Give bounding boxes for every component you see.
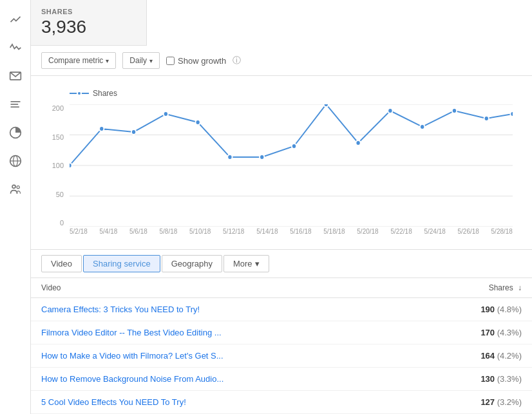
svg-point-18 [164, 111, 168, 117]
svg-point-20 [227, 155, 232, 160]
shares-cell-4: 127 (3.2%) [415, 391, 532, 414]
shares-pct-3: (3.3%) [497, 374, 522, 384]
stat-label: SHARES [41, 8, 136, 15]
x-tick-5: 5/12/18 [223, 228, 244, 241]
legend-line [70, 93, 89, 94]
table-row: How to Make a Video with Filmora? Let's … [31, 344, 532, 368]
x-tick-2: 5/6/18 [129, 228, 147, 241]
video-link-3[interactable]: How to Remove Background Noise From Audi… [41, 374, 223, 384]
shares-table: Video Shares ↓ Camera Effects: 3 Tricks … [31, 278, 532, 414]
sidebar-icon-globe[interactable] [3, 148, 28, 174]
show-growth-checkbox[interactable] [166, 57, 175, 65]
sidebar-icon-line[interactable] [3, 6, 28, 32]
sidebar-icon-mail[interactable] [3, 63, 28, 89]
tab-video[interactable]: Video [41, 255, 82, 272]
stat-box: SHARES 3,936 [31, 0, 147, 46]
period-button[interactable]: Daily ▾ [122, 52, 160, 69]
table-row: How to Remove Background Noise From Audi… [31, 368, 532, 391]
shares-value-2: 164 [480, 351, 495, 361]
col-shares-header: Shares ↓ [415, 278, 532, 298]
table-section: Video Shares ↓ Camera Effects: 3 Tricks … [31, 278, 532, 414]
svg-point-23 [324, 104, 328, 107]
more-dropdown-arrow: ▾ [255, 259, 260, 268]
svg-point-24 [356, 140, 360, 146]
sidebar [0, 0, 31, 414]
y-tick-150: 150 [52, 133, 67, 141]
x-tick-13: 5/28/18 [491, 228, 513, 241]
chart-legend: Shares [70, 89, 519, 98]
compare-dropdown-arrow: ▾ [106, 57, 109, 64]
shares-cell-1: 170 (4.3%) [415, 321, 532, 344]
video-title-cell: Filmora Video Editor -- The Best Video E… [31, 321, 415, 344]
video-title-cell: How to Make a Video with Filmora? Let's … [31, 344, 415, 368]
x-tick-0: 5/2/18 [70, 228, 88, 241]
shares-pct-4: (3.2%) [497, 397, 522, 407]
info-icon[interactable]: ⓘ [233, 55, 241, 66]
svg-point-19 [196, 120, 200, 125]
tab-more[interactable]: More ▾ [223, 255, 269, 272]
x-tick-8: 5/18/18 [323, 228, 345, 241]
x-axis: 5/2/18 5/4/18 5/6/18 5/8/18 5/10/18 5/12… [70, 228, 513, 241]
shares-cell-0: 190 (4.8%) [415, 298, 532, 321]
svg-point-16 [99, 126, 104, 131]
toolbar: Compare metric ▾ Daily ▾ Show growth ⓘ [31, 46, 532, 76]
sidebar-icon-list[interactable] [3, 91, 28, 117]
svg-point-21 [260, 155, 264, 160]
sidebar-icon-people[interactable] [3, 176, 28, 202]
x-tick-7: 5/16/18 [290, 228, 311, 241]
y-tick-0: 0 [60, 219, 67, 227]
x-tick-12: 5/26/18 [458, 228, 479, 241]
svg-point-29 [510, 111, 513, 117]
video-link-4[interactable]: 5 Cool Video Effects You NEED To Try! [41, 397, 186, 407]
x-tick-4: 5/10/18 [189, 228, 211, 241]
tabs-bar: Video Sharing service Geography More ▾ [31, 249, 532, 278]
svg-point-27 [452, 108, 457, 113]
video-title-cell: 5 Cool Video Effects You NEED To Try! [31, 391, 415, 414]
x-tick-6: 5/14/18 [256, 228, 278, 241]
chart-section: Shares 0 50 100 150 200 [31, 76, 532, 249]
svg-point-17 [131, 129, 136, 135]
x-tick-10: 5/22/18 [390, 228, 412, 241]
x-tick-9: 5/20/18 [357, 228, 378, 241]
shares-pct-0: (4.8%) [497, 305, 522, 314]
compare-metric-button[interactable]: Compare metric ▾ [41, 52, 116, 69]
shares-value-0: 190 [480, 305, 495, 314]
shares-pct-2: (4.2%) [497, 351, 522, 361]
show-growth-label[interactable]: Show growth [166, 56, 226, 66]
period-dropdown-arrow: ▾ [149, 57, 153, 64]
x-tick-3: 5/8/18 [160, 228, 178, 241]
y-axis: 0 50 100 150 200 [44, 104, 67, 227]
svg-point-8 [12, 185, 15, 188]
svg-point-9 [17, 186, 19, 189]
svg-point-28 [484, 116, 489, 121]
video-link-0[interactable]: Camera Effects: 3 Tricks You NEED to Try… [41, 305, 200, 314]
col-video-header: Video [31, 278, 415, 298]
stat-value: 3,936 [41, 17, 136, 37]
video-link-1[interactable]: Filmora Video Editor -- The Best Video E… [41, 328, 222, 337]
shares-value-1: 170 [480, 328, 495, 337]
svg-point-22 [292, 144, 296, 149]
legend-label: Shares [93, 89, 117, 98]
x-tick-1: 5/4/18 [100, 228, 118, 241]
sidebar-icon-wave[interactable] [3, 35, 28, 61]
video-title-cell: How to Remove Background Noise From Audi… [31, 368, 415, 391]
tab-sharing-service[interactable]: Sharing service [83, 255, 160, 272]
video-link-2[interactable]: How to Make a Video with Filmora? Let's … [41, 351, 223, 361]
table-row: Filmora Video Editor -- The Best Video E… [31, 321, 532, 344]
sidebar-icon-pie[interactable] [3, 120, 28, 146]
shares-value-4: 127 [480, 397, 495, 407]
svg-point-25 [388, 108, 392, 113]
sort-icon: ↓ [518, 283, 522, 292]
main-content: SHARES 3,936 Compare metric ▾ Daily ▾ Sh… [31, 0, 532, 414]
shares-cell-3: 130 (3.3%) [415, 368, 532, 391]
svg-point-15 [70, 163, 72, 168]
chart-container: Shares 0 50 100 150 200 [31, 76, 532, 249]
y-tick-50: 50 [56, 191, 67, 198]
legend-dot [77, 91, 82, 96]
shares-cell-2: 164 (4.2%) [415, 344, 532, 368]
x-tick-11: 5/24/18 [424, 228, 445, 241]
chart-svg [70, 104, 513, 227]
chart-wrapper: 0 50 100 150 200 [70, 104, 513, 246]
video-title-cell: Camera Effects: 3 Tricks You NEED to Try… [31, 298, 415, 321]
tab-geography[interactable]: Geography [162, 255, 222, 272]
